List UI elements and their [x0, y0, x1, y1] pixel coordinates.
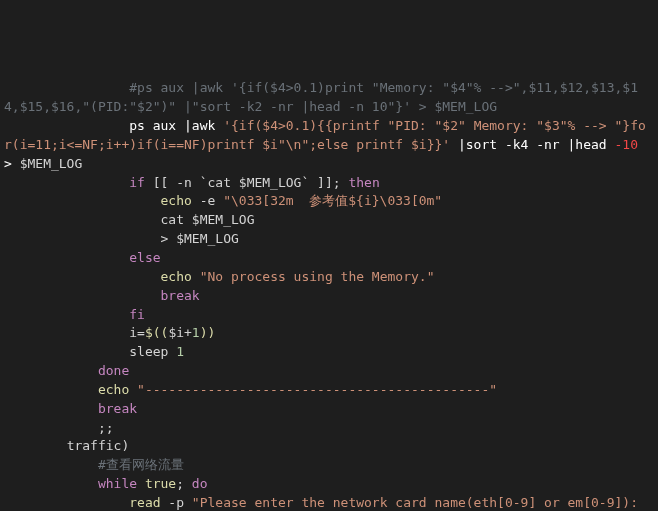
code-line: #查看网络流量 — [4, 456, 646, 475]
code-line: break — [4, 287, 646, 306]
code-line: > $MEM_LOG — [4, 230, 646, 249]
code-line: else — [4, 249, 646, 268]
code-line: read -p "Please enter the network card n… — [4, 494, 646, 511]
code-line: traffic) — [4, 437, 646, 456]
code-line: while true; do — [4, 475, 646, 494]
code-line: ;; — [4, 419, 646, 438]
code-line: cat $MEM_LOG — [4, 211, 646, 230]
code-line: sleep 1 — [4, 343, 646, 362]
code-line: ps aux |awk '{if($4>0.1){{printf "PID: "… — [4, 117, 646, 174]
code-line: break — [4, 400, 646, 419]
code-line: echo "----------------------------------… — [4, 381, 646, 400]
code-line: i=$(($i+1)) — [4, 324, 646, 343]
code-line: #ps aux |awk '{if($4>0.1)print "Memory: … — [4, 79, 646, 117]
code-line: if [[ -n `cat $MEM_LOG` ]]; then — [4, 174, 646, 193]
code-line: done — [4, 362, 646, 381]
comment: #查看网络流量 — [98, 457, 184, 472]
code-line: echo -e "\033[32m 参考值${i}\033[0m" — [4, 192, 646, 211]
code-line: fi — [4, 306, 646, 325]
code-line: echo "No process using the Memory." — [4, 268, 646, 287]
code-editor: #ps aux |awk '{if($4>0.1)print "Memory: … — [4, 79, 646, 511]
